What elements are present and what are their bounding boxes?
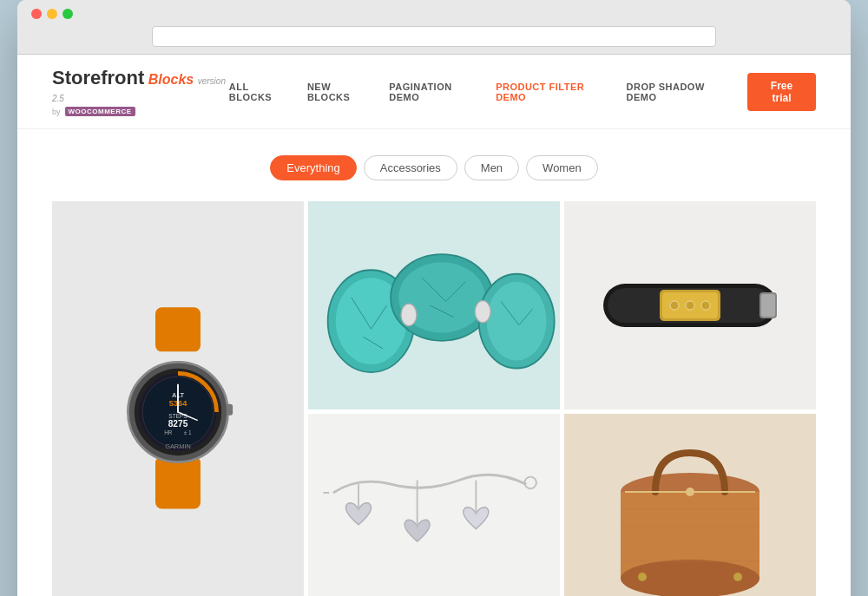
svg-point-37 xyxy=(686,301,694,310)
browser-dots xyxy=(31,9,837,19)
svg-point-30 xyxy=(401,304,417,325)
svg-point-55 xyxy=(638,573,647,581)
logo-blocks-text: Blocks xyxy=(148,72,194,87)
dot-maximize[interactable] xyxy=(62,9,73,19)
svg-text:GARMIN: GARMIN xyxy=(165,442,191,449)
svg-point-31 xyxy=(475,301,490,323)
nav-all-blocks[interactable]: ALL BLOCKS xyxy=(229,82,290,102)
filter-bar: Everything Accessories Men Women xyxy=(52,155,816,180)
woo-badge: WOOCOMMERCE xyxy=(65,107,135,116)
logo-area: Storefront Blocks version 2.5 by WOOCOMM… xyxy=(52,67,229,116)
svg-text:± 1: ± 1 xyxy=(184,429,192,436)
product-brown-cylinder-bag[interactable] xyxy=(564,414,816,596)
logo-by-text: by xyxy=(52,108,61,116)
product-chain-bracelet[interactable] xyxy=(308,414,560,596)
filter-women[interactable]: Women xyxy=(526,155,598,180)
svg-rect-1 xyxy=(155,456,201,508)
browser-window: Storefront Blocks version 2.5 by WOOCOMM… xyxy=(17,0,851,596)
logo-title: Storefront Blocks version 2.5 xyxy=(52,67,229,105)
nav-product-filter[interactable]: PRODUCT FILTER DEMO xyxy=(496,82,608,102)
svg-point-36 xyxy=(670,301,679,310)
site-header: Storefront Blocks version 2.5 by WOOCOMM… xyxy=(17,55,851,129)
browser-chrome xyxy=(17,0,851,55)
filter-everything[interactable]: Everything xyxy=(270,155,356,180)
nav-new-blocks[interactable]: NEW BLOCKS xyxy=(307,82,372,102)
svg-rect-40 xyxy=(761,294,775,317)
main-nav: ALL BLOCKS NEW BLOCKS PAGINATION DEMO PR… xyxy=(229,73,816,111)
svg-point-54 xyxy=(686,488,694,496)
svg-point-38 xyxy=(701,301,710,310)
dot-minimize[interactable] xyxy=(47,9,57,19)
logo-storefront-text: Storefront xyxy=(52,67,144,88)
main-content: Everything Accessories Men Women xyxy=(17,129,851,596)
dot-close[interactable] xyxy=(31,9,42,19)
svg-rect-15 xyxy=(227,403,233,415)
product-turquoise-bracelet[interactable] xyxy=(308,201,560,409)
svg-text:HR: HR xyxy=(164,429,173,436)
filter-accessories[interactable]: Accessories xyxy=(364,155,457,180)
svg-point-56 xyxy=(733,573,742,581)
svg-rect-0 xyxy=(155,307,201,351)
svg-text:8275: 8275 xyxy=(168,418,188,428)
svg-point-44 xyxy=(524,477,536,489)
address-bar[interactable] xyxy=(152,26,716,47)
nav-pagination[interactable]: PAGINATION DEMO xyxy=(389,82,478,102)
logo-row2: by WOOCOMMERCE xyxy=(52,107,229,116)
product-grid: ALT 5364 STEPS 8275 HR ± 1 GARMIN xyxy=(52,201,816,596)
free-trial-button[interactable]: Free trial xyxy=(747,73,816,111)
svg-point-27 xyxy=(487,282,547,361)
nav-drop-shadow[interactable]: DROP SHADOW DEMO xyxy=(627,82,730,102)
product-watch[interactable]: ALT 5364 STEPS 8275 HR ± 1 GARMIN xyxy=(52,201,304,596)
filter-men[interactable]: Men xyxy=(464,155,519,180)
product-black-bracelet[interactable] xyxy=(564,201,816,409)
